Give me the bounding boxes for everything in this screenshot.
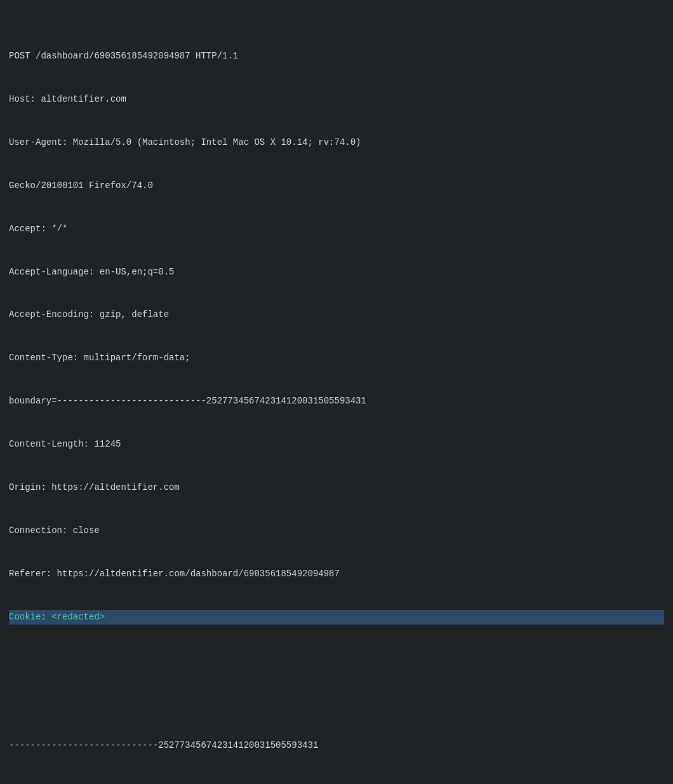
user-agent-header: User-Agent: Mozilla/5.0 (Macintosh; Inte… — [9, 135, 664, 150]
boundary-header: boundary=----------------------------252… — [9, 394, 664, 409]
content-type-header: Content-Type: multipart/form-data; — [9, 351, 664, 365]
host-header: Host: altdentifier.com — [9, 92, 664, 107]
connection-header: Connection: close — [9, 524, 664, 538]
accept-header: Accept: */* — [9, 222, 664, 236]
cookie-header: Cookie: <redacted> — [9, 610, 664, 625]
referer-header: Referer: https://altdentifier.com/dashbo… — [9, 567, 664, 581]
boundary-1: ----------------------------252773456742… — [9, 738, 664, 753]
accept-lang-header: Accept-Language: en-US,en;q=0.5 — [9, 265, 664, 280]
content-length-header: Content-Length: 11245 — [9, 437, 664, 452]
gecko-header: Gecko/20100101 Firefox/74.0 — [9, 179, 664, 193]
origin-header: Origin: https://altdentifier.com — [9, 480, 664, 495]
accept-enc-header: Accept-Encoding: gzip, deflate — [9, 308, 664, 322]
request-line: POST /dashboard/690356185492094987 HTTP/… — [9, 49, 664, 64]
disposition-language: Content-Disposition: form-data; name="la… — [9, 781, 664, 784]
http-request-display: POST /dashboard/690356185492094987 HTTP/… — [0, 0, 673, 784]
